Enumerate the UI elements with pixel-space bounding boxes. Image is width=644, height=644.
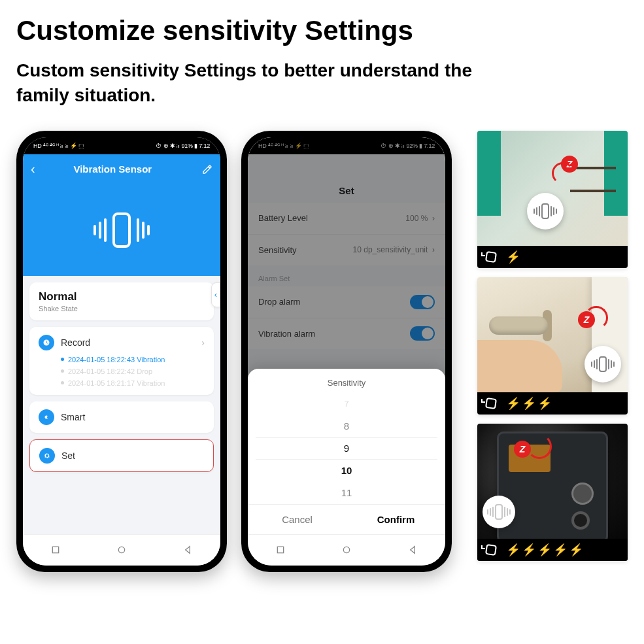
record-list: 2024-01-05 18:22:43 Vibration 2024-01-05…: [61, 356, 205, 387]
nav-recent-icon[interactable]: [275, 545, 286, 555]
smart-icon: [39, 409, 54, 425]
intensity-strip: ⚡: [477, 246, 628, 268]
scene-curtain: Z ⚡: [477, 131, 628, 268]
sensor-device-icon: [585, 346, 621, 382]
sheet-title: Sensitivity: [248, 369, 445, 393]
chevron-right-icon: ›: [201, 337, 205, 348]
wave-icon: [561, 324, 577, 340]
phone-notch: [88, 139, 156, 151]
vibration-icon: [484, 543, 498, 557]
bolt-rating: ⚡ ⚡ ⚡ ⚡ ⚡: [506, 543, 583, 557]
state-card[interactable]: Normal Shake State: [29, 282, 214, 320]
svg-point-6: [343, 547, 349, 552]
sensitivity-picker[interactable]: 7 8 9 10 11 12 13: [248, 393, 445, 504]
phone2-root: HD ⁴ᴳ ⁴ᴳ ᴴ ᵢₗₗ ᵢₗₗ ⚡ ⬚ ⎋ ⏱ ⊛ ✱ ᵢₗₗ 92% ▮…: [248, 137, 445, 566]
intensity-strip: ⚡ ⚡ ⚡ ⚡ ⚡: [477, 539, 628, 561]
record-label: Record: [61, 337, 90, 348]
nav-recent-icon[interactable]: [50, 545, 61, 555]
bolt-icon: ⚡: [553, 543, 568, 557]
side-pull-tab[interactable]: ‹: [211, 282, 220, 307]
gear-icon: [39, 448, 55, 464]
sensor-device-icon: [527, 193, 564, 229]
status-left: HD ⁴ᴳ ⁴ᴳ ᴴ ᵢₗₗ ᵢₗₗ ⚡ ⬚: [33, 143, 84, 149]
clock-icon: [39, 335, 54, 350]
record-row: 2024-01-05 18:21:17 Vibration: [61, 379, 205, 387]
cancel-button[interactable]: Cancel: [248, 505, 347, 534]
picker-option[interactable]: 10: [341, 460, 352, 482]
stage: HD ⁴ᴳ ⁴ᴳ ᴴ ᵢₗₗ ᵢₗₗ ⚡ ⬚ ⎋ ⏱ ⊛ ✱ ᵢₗₗ 91% ▮…: [16, 131, 628, 572]
svg-rect-3: [53, 547, 59, 552]
nav-back-icon[interactable]: [407, 545, 418, 555]
wave-icon: [585, 306, 608, 330]
sensitivity-sheet: Sensitivity 7 8 9 10 11 12 13: [248, 369, 445, 534]
page-subheading: Custom sensitivity Settings to better un…: [16, 58, 474, 108]
wave-icon: [500, 455, 515, 471]
scene-door-handle: Z ⚡ ⚡ ⚡: [477, 277, 628, 415]
sensor-glyph-icon: [93, 212, 150, 248]
wave-icon: [536, 177, 549, 190]
android-nav: [248, 534, 445, 566]
hero-sensor: [23, 184, 220, 276]
card-stack: Normal Shake State Record › 2024-01-05 1…: [23, 276, 220, 534]
phone1-screen: HD ⁴ᴳ ⁴ᴳ ᴴ ᵢₗₗ ᵢₗₗ ⚡ ⬚ ⎋ ⏱ ⊛ ✱ ᵢₗₗ 91% ▮…: [23, 137, 220, 566]
android-nav: [23, 534, 220, 566]
status-right: ⎋ ⏱ ⊛ ✱ ᵢₗₗ 91% ▮ 7:12: [151, 143, 210, 149]
phone-2: HD ⁴ᴳ ⁴ᴳ ᴴ ᵢₗₗ ᵢₗₗ ⚡ ⬚ ⎋ ⏱ ⊛ ✱ ᵢₗₗ 92% ▮…: [241, 131, 452, 572]
header-title: Vibration Sensor: [24, 163, 202, 175]
nav-home-icon[interactable]: [341, 545, 352, 555]
scene-safe: Z ⚡ ⚡ ⚡ ⚡ ⚡: [477, 424, 628, 561]
bolt-icon: ⚡: [506, 250, 520, 264]
bolt-icon: ⚡: [537, 543, 552, 557]
nav-back-icon[interactable]: [182, 545, 193, 555]
intensity-strip: ⚡ ⚡ ⚡: [477, 392, 628, 415]
svg-point-4: [118, 547, 124, 552]
record-card[interactable]: Record › 2024-01-05 18:22:43 Vibration 2…: [29, 327, 214, 395]
wave-icon: [527, 434, 552, 459]
picker-option[interactable]: 7: [344, 393, 348, 415]
picker-option[interactable]: 11: [341, 482, 352, 504]
set-card[interactable]: Set: [29, 439, 214, 472]
bolt-icon: ⚡: [506, 396, 520, 411]
nav-home-icon[interactable]: [116, 545, 127, 555]
bolt-icon: ⚡: [522, 396, 536, 411]
scene-stack: Z ⚡ Z ⚡: [477, 131, 628, 561]
smart-card[interactable]: Smart: [29, 401, 214, 433]
sensor-device-icon: [483, 496, 515, 528]
phone-1: HD ⁴ᴳ ⁴ᴳ ᴴ ᵢₗₗ ᵢₗₗ ⚡ ⬚ ⎋ ⏱ ⊛ ✱ ᵢₗₗ 91% ▮…: [16, 131, 227, 572]
vibration-icon: [484, 250, 498, 264]
record-row: 2024-01-05 18:22:43 Vibration: [61, 356, 205, 364]
picker-option[interactable]: 8: [344, 415, 349, 437]
page-heading: Customize sensitivity Settings: [16, 10, 628, 58]
bolt-icon: ⚡: [537, 396, 552, 411]
svg-point-2: [47, 416, 49, 418]
phone2-screen: HD ⁴ᴳ ⁴ᴳ ᴴ ᵢₗₗ ᵢₗₗ ⚡ ⬚ ⎋ ⏱ ⊛ ✱ ᵢₗₗ 92% ▮…: [248, 137, 445, 566]
set-label: Set: [61, 450, 75, 461]
confirm-button[interactable]: Confirm: [347, 505, 445, 534]
state-subtitle: Shake State: [39, 305, 205, 313]
phone-notch: [313, 139, 381, 151]
vibration-icon: [484, 396, 498, 411]
svg-rect-5: [278, 547, 284, 552]
edit-icon[interactable]: [202, 164, 212, 175]
bolt-icon: ⚡: [569, 543, 583, 557]
bolt-icon: ⚡: [506, 543, 520, 557]
bolt-rating: ⚡: [506, 250, 520, 264]
bolt-rating: ⚡ ⚡ ⚡: [506, 396, 552, 411]
wave-icon: [552, 162, 574, 184]
app-header: ‹ Vibration Sensor: [23, 154, 220, 184]
record-row: 2024-01-05 18:22:42 Drop: [61, 367, 205, 375]
bolt-icon: ⚡: [522, 543, 536, 557]
state-title: Normal: [39, 290, 205, 303]
smart-label: Smart: [61, 412, 85, 422]
